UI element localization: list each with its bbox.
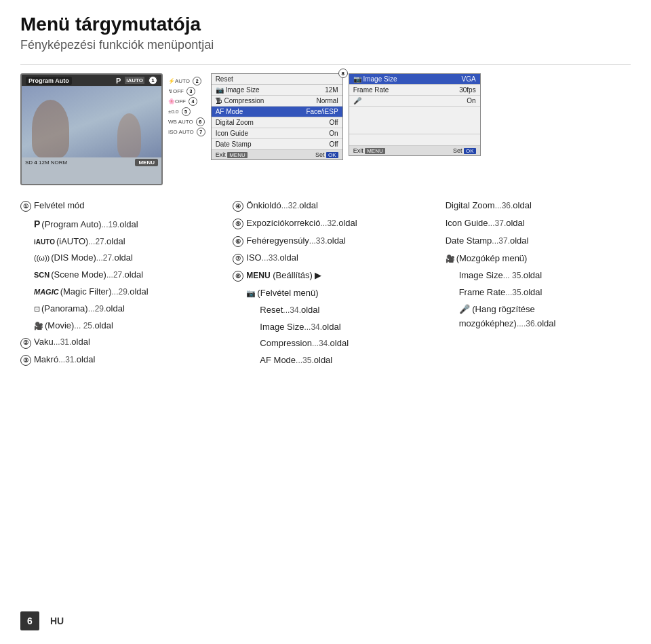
num-badge-5: ⑤ <box>233 219 243 229</box>
subitem-panorama: ⊡ (Panorama)...29.oldal <box>34 302 205 316</box>
lcd-iauto-icon: iAUTO <box>125 77 144 84</box>
index-item-digitalzoom: Digital Zoom...36.oldal <box>446 199 631 213</box>
lcd-p-icon: P <box>116 77 121 85</box>
menu-row-digitalzoom: Digital ZoomOff <box>212 117 342 128</box>
item-6-text: Fehéregyensúly...33.oldal <box>246 234 346 248</box>
menu-panel-1: Reset 📷 Image Size12M 🗜 CompressionNorma… <box>211 73 343 160</box>
subitem-mozgokep-items: Image Size... 35.oldal Frame Rate...35.o… <box>459 269 631 330</box>
page-title: Menü tárgymutatója <box>20 14 631 35</box>
indicator-6: ISO AUTO 7 <box>168 128 205 136</box>
subitem-felvétel-menu: 📷 (Felvétel menü) <box>246 286 418 301</box>
si-mov-audio: 🎤 (Hang rögzítése mozgóképhez)....36.old… <box>459 303 631 331</box>
camera-section: Program Auto P iAUTO 1 SD 4 12M NORM MEN… <box>20 73 631 185</box>
item-8-text: MENU (Beállítás) ▶ <box>246 269 321 283</box>
menu2-row-framerate: Frame Rate30fps <box>349 85 480 96</box>
menu-panel-1-wrap: 8 Reset 📷 Image Size12M 🗜 CompressionNor… <box>211 73 343 160</box>
si-mov-imagesize: Image Size... 35.oldal <box>459 269 631 283</box>
item-1-title: Felvétel mód <box>34 199 84 213</box>
menu-footer-1: Exit MENU Set OK <box>212 150 342 159</box>
indicator-2: ↯OFF 3 <box>168 87 205 96</box>
menu-panel-2: 📷 Image SizeVGA Frame Rate30fps 🎤On Exit… <box>349 73 481 156</box>
num-badge-4: ④ <box>233 201 243 212</box>
indicator-1: ⚡AUTO 2 <box>168 77 205 86</box>
menu2-empty2 <box>349 134 480 146</box>
si-compression: Compression...34.oldal <box>260 337 418 351</box>
lcd-bottom-left: SD 4 12M NORM <box>25 159 67 166</box>
item-dz-text: Digital Zoom...36.oldal <box>446 199 532 213</box>
num-badge-8: ⑧ <box>233 271 243 282</box>
content-col-1: ① Felvétel mód P (Program Auto)...19.old… <box>20 199 205 371</box>
subitem-mozgokep-menu: 🎥 (Mozgókép menü) <box>446 252 631 266</box>
index-item-1: ① Felvétel mód <box>20 199 205 213</box>
index-item-8: ⑧ MENU (Beállítás) ▶ <box>233 269 418 283</box>
index-item-3: ③ Makró...31.oldal <box>20 353 205 367</box>
page-footer: 6 HU <box>20 611 64 630</box>
subitem-dis: ((ω)) (DIS Mode)...27.oldal <box>34 251 205 265</box>
index-item-6: ⑥ Fehéregyensúly...33.oldal <box>233 234 418 248</box>
item-3-text: Makró...31.oldal <box>34 353 95 367</box>
content-columns: ① Felvétel mód P (Program Auto)...19.old… <box>20 199 631 371</box>
menu-row-reset: Reset <box>212 74 342 85</box>
num-badge-1: ① <box>20 201 31 212</box>
camera-lcd: Program Auto P iAUTO 1 SD 4 12M NORM MEN… <box>20 73 163 185</box>
si-imagesize: Image Size...34.oldal <box>260 320 418 335</box>
indicator-3: 🌸OFF 4 <box>168 97 205 106</box>
menu-row-datestamp: Date StampOff <box>212 139 342 150</box>
num-badge-3: ③ <box>20 355 31 366</box>
menu-row-imagesize: 📷 Image Size12M <box>212 85 342 96</box>
si-reset: Reset...34.oldal <box>260 303 418 318</box>
index-item-5: ⑤ Expozíciókorrekció...32.oldal <box>233 216 418 231</box>
indicator-5: WB AUTO 6 <box>168 117 205 126</box>
menu2-row-imagesize: 📷 Image SizeVGA <box>349 74 480 85</box>
lcd-num1: 1 <box>149 76 157 85</box>
header-divider <box>20 64 631 65</box>
footer-language: HU <box>50 615 64 626</box>
menu-panel-1-badge: 8 <box>338 69 348 78</box>
item-ds-text: Date Stamp...37.oldal <box>446 234 529 248</box>
lcd-menu-button[interactable]: MENU <box>135 159 158 166</box>
content-index: ① Felvétel mód P (Program Auto)...19.old… <box>20 199 631 371</box>
content-col-3: Digital Zoom...36.oldal Icon Guide...37.… <box>446 199 631 371</box>
menu-footer-2: Exit MENU Set OK <box>349 146 480 155</box>
subitem-iauto: iAUTO (iAUTO)...27.oldal <box>34 235 205 249</box>
indicator-4: ±0.0 5 <box>168 107 205 116</box>
subitem-felvétel-items: Reset...34.oldal Image Size...34.oldal C… <box>260 303 418 368</box>
content-col-2: ④ Önkioldó...32.oldal ⑤ Expozíciókorrekc… <box>233 199 418 371</box>
lcd-mode-label: Program Auto <box>26 77 72 85</box>
item-4-text: Önkioldó...32.oldal <box>246 199 317 213</box>
index-item-4: ④ Önkioldó...32.oldal <box>233 199 418 213</box>
footer-page-number: 6 <box>20 611 39 630</box>
item-5-text: Expozíciókorrekció...32.oldal <box>246 216 357 231</box>
index-item-7: ⑦ ISO...33.oldal <box>233 251 418 265</box>
item-1-subitems: P (Program Auto)...19.oldal iAUTO (iAUTO… <box>34 216 205 333</box>
menu-row-iconguide: Icon GuideOn <box>212 128 342 139</box>
index-item-datestamp: Date Stamp...37.oldal <box>446 234 631 248</box>
photo-figure-2 <box>117 113 141 157</box>
subitem-scene: SCN (Scene Mode)...27.oldal <box>34 268 205 282</box>
index-item-2: ② Vaku...31.oldal <box>20 335 205 349</box>
num-badge-2: ② <box>20 338 31 349</box>
item-7-text: ISO...33.oldal <box>246 251 298 265</box>
num-badge-7: ⑦ <box>233 254 243 265</box>
photo-figure-1 <box>32 100 69 157</box>
subitem-program-auto: P (Program Auto)...19.oldal <box>34 216 205 232</box>
camera-indicators: ⚡AUTO 2 ↯OFF 3 🌸OFF 4 ±0.0 5 WB AUTO 6 I… <box>168 73 205 136</box>
si-afmode: AF Mode...35.oldal <box>260 354 418 368</box>
menu2-row-audio: 🎤On <box>349 96 480 107</box>
subitem-movie: 🎥 (Movie)... 25.oldal <box>34 319 205 333</box>
menu2-empty <box>349 107 480 134</box>
lcd-photo <box>22 86 161 157</box>
item-8-subitems: 📷 (Felvétel menü) Reset...34.oldal Image… <box>246 286 418 368</box>
menu-panel-2-wrap: 📷 Image SizeVGA Frame Rate30fps 🎤On Exit… <box>349 73 481 156</box>
index-item-iconguide: Icon Guide...37.oldal <box>446 216 631 231</box>
menu-row-compression: 🗜 CompressionNormal <box>212 96 342 107</box>
page-subtitle: Fényképezési funkciók menüpontjai <box>20 38 631 52</box>
si-mov-framerate: Frame Rate...35.oldal <box>459 286 631 300</box>
subitem-magic: MAGIC (Magic Filter)...29.oldal <box>34 285 205 299</box>
item-ig-text: Icon Guide...37.oldal <box>446 216 525 231</box>
num-badge-6: ⑥ <box>233 236 243 247</box>
menu-row-afmode: AF ModeFace/iESP <box>212 107 342 117</box>
item-2-text: Vaku...31.oldal <box>34 335 90 349</box>
